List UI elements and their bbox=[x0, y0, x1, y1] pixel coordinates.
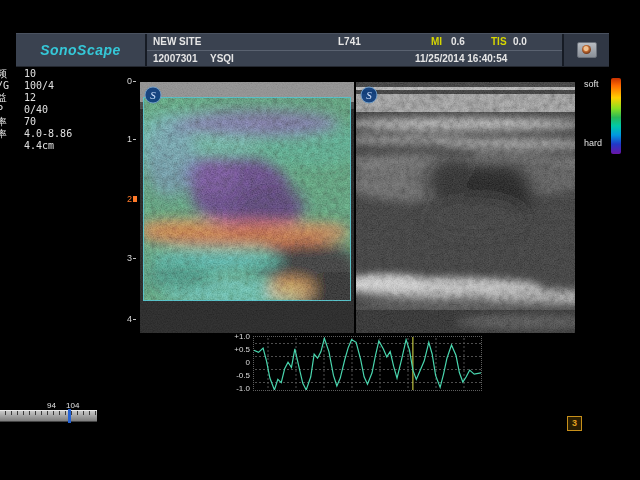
depth-mark-1: 1 bbox=[127, 134, 136, 144]
ytick-plus05: +0.5 bbox=[228, 345, 250, 354]
param-frame-rate: 率70 bbox=[0, 116, 118, 128]
status-indicator-icon[interactable]: 3 bbox=[567, 416, 582, 431]
cine-tick-marks bbox=[0, 411, 97, 415]
depth-mark-3: 3 bbox=[127, 253, 136, 263]
elasto-hard-label: hard bbox=[584, 138, 602, 148]
ruler-tick bbox=[133, 139, 136, 140]
brand-logo: SonoScape bbox=[40, 42, 121, 58]
elasticity-colorbar bbox=[611, 78, 621, 154]
elasto-soft-label: soft bbox=[584, 79, 599, 89]
depth-mark-2-focus-marker[interactable]: 2 bbox=[127, 194, 137, 204]
mi-label: MI bbox=[431, 36, 442, 47]
header-bar: SonoScape NEW SITE L741 MI 0.6 TIS 0.0 1… bbox=[16, 33, 609, 67]
exam-probe-icon[interactable] bbox=[577, 42, 597, 58]
header-icon-box bbox=[562, 34, 609, 66]
param-gain: 益12 bbox=[0, 92, 118, 104]
depth-mark-4: 4 bbox=[127, 314, 136, 324]
cine-thumb[interactable] bbox=[68, 409, 71, 423]
ytick-minus1: -1.0 bbox=[228, 384, 250, 393]
strain-curve-plot bbox=[253, 336, 482, 391]
bmode-image: S bbox=[356, 82, 575, 333]
ruler-tick bbox=[133, 81, 136, 82]
bmode-image-panel[interactable]: S bbox=[356, 82, 575, 333]
param-dg: /G100/4 bbox=[0, 80, 118, 92]
operator-id: YSQI bbox=[210, 53, 234, 64]
ytick-minus05: -0.5 bbox=[228, 371, 250, 380]
logo-box: SonoScape bbox=[16, 34, 147, 66]
ultrasound-screen: SonoScape NEW SITE L741 MI 0.6 TIS 0.0 1… bbox=[0, 0, 640, 480]
param-frequency: 频10 bbox=[0, 68, 118, 80]
ytick-plus1: +1.0 bbox=[228, 332, 250, 341]
parameter-panel: 频10 /G100/4 益12 P0/40 率70 率4.0-8.86 4.4c… bbox=[0, 68, 118, 152]
header-row-2: 12007301 YSQI 11/25/2014 16:40:54 bbox=[147, 51, 562, 66]
svg-text:S: S bbox=[366, 89, 372, 101]
header-info: NEW SITE L741 MI 0.6 TIS 0.0 12007301 YS… bbox=[147, 34, 562, 66]
strain-waveform-line bbox=[254, 338, 481, 390]
orientation-badge: S bbox=[361, 87, 377, 103]
param-power: P0/40 bbox=[0, 104, 118, 116]
header-row-1: NEW SITE L741 MI 0.6 TIS 0.0 bbox=[147, 34, 562, 51]
svg-text:S: S bbox=[150, 89, 156, 101]
mi-value: 0.6 bbox=[451, 36, 465, 47]
elastography-image: S bbox=[140, 82, 354, 333]
elastography-image-panel[interactable]: S bbox=[140, 82, 354, 333]
patient-id: 12007301 bbox=[153, 53, 198, 64]
tis-label: TIS bbox=[491, 36, 507, 47]
param-freq-range: 率4.0-8.86 bbox=[0, 128, 118, 140]
depth-ruler: 0 1 2 3 4 bbox=[127, 76, 140, 326]
site-name: NEW SITE bbox=[153, 36, 201, 47]
orientation-badge: S bbox=[145, 87, 161, 103]
depth-mark-0: 0 bbox=[127, 76, 136, 86]
focus-arrow-icon bbox=[133, 196, 137, 202]
cine-scrollbar[interactable] bbox=[0, 410, 97, 422]
datetime: 11/25/2014 16:40:54 bbox=[415, 53, 507, 64]
param-depth: 4.4cm bbox=[0, 140, 118, 152]
tis-value: 0.0 bbox=[513, 36, 527, 47]
ruler-tick bbox=[133, 258, 136, 259]
cine-start-label: 94 bbox=[47, 401, 56, 410]
strain-curve bbox=[254, 337, 481, 390]
ytick-zero: 0 bbox=[228, 358, 250, 367]
ruler-tick bbox=[133, 319, 136, 320]
probe-model: L741 bbox=[338, 36, 361, 47]
